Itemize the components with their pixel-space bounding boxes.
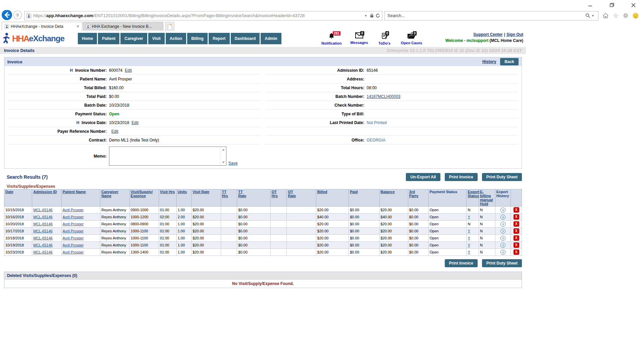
cell-patient[interactable]: Avril Prosper <box>61 249 100 256</box>
export_status-link[interactable]: Y <box>468 215 470 219</box>
nav-tab-admin[interactable]: Admin <box>261 33 281 44</box>
tab-new-invoice-batch[interactable]: HHA Exchange - New Invoice B... <box>83 22 163 31</box>
tab-close-icon[interactable]: × <box>74 24 79 29</box>
admission_id-link[interactable]: MCL-65146 <box>33 229 52 233</box>
col-tt-hrs[interactable]: TT Hrs <box>221 189 237 207</box>
admission_id-link[interactable]: MCL-65146 <box>33 243 52 247</box>
cell-delete[interactable]: X <box>511 242 522 249</box>
alert-open-cases[interactable]: 0Open Cases <box>401 32 422 45</box>
col-3rd-party[interactable]: 3rd Party <box>408 189 428 207</box>
memo-input[interactable] <box>110 148 221 165</box>
admission_id-link[interactable]: MCL-65146 <box>33 250 52 254</box>
cell-export-status[interactable]: Y <box>467 249 479 256</box>
memo-scrollbar[interactable] <box>220 147 226 165</box>
col-caregiver-name[interactable]: Caregiver Name <box>100 189 129 207</box>
export_status-link[interactable]: Y <box>468 243 470 247</box>
patient-link[interactable]: Avril Prosper <box>63 215 84 219</box>
nav-tab-billing[interactable]: Billing <box>187 33 208 44</box>
minimize-button[interactable] <box>580 0 601 10</box>
col-ot-hrs[interactable]: OT Hrs <box>270 189 287 207</box>
cell-delete[interactable]: X <box>511 221 522 228</box>
scroll-up-icon[interactable] <box>221 147 226 152</box>
cell-export-status[interactable]: Y <box>467 214 479 221</box>
col-balance[interactable]: Balance <box>379 189 408 207</box>
alert-messages[interactable]: 0Messages <box>351 32 368 45</box>
edit-link[interactable]: Edit <box>125 68 132 73</box>
search-icon[interactable] <box>585 13 590 18</box>
browser-back-button[interactable] <box>1 9 12 22</box>
scroll-down-icon[interactable] <box>221 160 226 165</box>
cell-delete[interactable]: X <box>511 249 522 256</box>
patient-link[interactable]: Avril Prosper <box>63 208 84 212</box>
cell-export-history[interactable]: i <box>495 221 511 228</box>
edit-link[interactable]: Edit <box>131 120 139 125</box>
cell-delete[interactable]: X <box>511 235 522 242</box>
cell-export-history[interactable]: i <box>495 207 511 214</box>
export_status-link[interactable]: Y <box>468 250 470 254</box>
url-dropdown-icon[interactable]: ▾ <box>363 14 368 17</box>
un-export-all-button[interactable]: Un-Export All <box>406 173 440 181</box>
history-link[interactable]: History <box>482 59 496 64</box>
col-ot-rate[interactable]: OT Rate <box>287 189 316 207</box>
print-duty-sheet-button[interactable]: Print Duty Sheet <box>482 173 522 181</box>
delete-x-icon[interactable]: X <box>514 228 519 234</box>
print-invoice-button[interactable]: Print Invoice <box>445 173 478 181</box>
col-tt-rate[interactable]: TT Rate <box>237 189 270 207</box>
nav-tab-caregiver[interactable]: Caregiver <box>120 33 147 44</box>
cell-patient[interactable]: Avril Prosper <box>61 214 100 221</box>
cell-admission-id[interactable]: MCL-65146 <box>32 242 61 249</box>
print-invoice-button-bottom[interactable]: Print Invoice <box>445 259 478 267</box>
info-icon[interactable]: i <box>500 222 505 227</box>
nav-tab-visit[interactable]: Visit <box>148 33 165 44</box>
delete-x-icon[interactable]: X <box>514 249 519 255</box>
cell-delete[interactable]: X <box>511 207 522 214</box>
delete-x-icon[interactable]: X <box>514 235 519 241</box>
save-link[interactable]: Save <box>228 161 237 166</box>
print-duty-sheet-button-bottom[interactable]: Print Duty Sheet <box>482 259 522 267</box>
admission_id-link[interactable]: MCL-65146 <box>33 236 52 240</box>
close-button[interactable] <box>623 0 644 10</box>
patient-link[interactable]: Avril Prosper <box>63 222 84 226</box>
edit-link[interactable]: Edit <box>111 129 118 134</box>
restore-button[interactable] <box>601 0 623 10</box>
col-export-status[interactable]: Export Status <box>467 189 479 207</box>
cell-admission-id[interactable]: MCL-65146 <box>32 214 61 221</box>
browser-forward-button[interactable] <box>13 10 22 21</box>
col-date[interactable]: Date <box>4 189 32 207</box>
support-center-link[interactable]: Support Center <box>473 32 502 37</box>
cell-export-status[interactable]: Y <box>467 228 479 235</box>
nav-tab-dashboard[interactable]: Dashboard <box>231 33 260 44</box>
patient-link[interactable]: Avril Prosper <box>63 250 84 254</box>
col-billed[interactable]: Billed <box>316 189 348 207</box>
admission_id-link[interactable]: MCL-65146 <box>33 215 52 219</box>
info-icon[interactable]: i <box>500 215 505 220</box>
cell-admission-id[interactable]: MCL-65146 <box>32 221 61 228</box>
alert-todo-s[interactable]: 0ToDo's <box>377 32 392 45</box>
nav-tab-report[interactable]: Report <box>209 33 230 44</box>
new-tab-button[interactable] <box>165 22 174 31</box>
settings-gear-icon[interactable]: ⚙ <box>623 13 628 19</box>
cell-admission-id[interactable]: MCL-65146 <box>32 228 61 235</box>
patient-link[interactable]: Avril Prosper <box>63 243 84 247</box>
search-input[interactable]: Search... ▾ <box>384 11 598 20</box>
cell-export-history[interactable]: i <box>495 242 511 249</box>
cell-export-history[interactable]: i <box>495 214 511 221</box>
col-paid[interactable]: Paid <box>349 189 379 207</box>
nav-tab-action[interactable]: Action <box>166 33 186 44</box>
cell-patient[interactable]: Avril Prosper <box>61 207 100 214</box>
col-admission-id[interactable]: Admission ID <box>32 189 61 207</box>
cell-admission-id[interactable]: MCL-65146 <box>32 235 61 242</box>
cell-admission-id[interactable]: MCL-65146 <box>32 249 61 256</box>
sign-out-link[interactable]: Sign Out <box>506 32 523 37</box>
col-visit-supply-expense[interactable]: Visit/Supply/ Expense <box>129 189 159 207</box>
delete-x-icon[interactable]: X <box>514 207 519 213</box>
favorites-star-icon[interactable]: ☆ <box>613 13 619 19</box>
back-button[interactable]: Back <box>500 58 519 65</box>
cell-patient[interactable]: Avril Prosper <box>61 228 100 235</box>
info-icon[interactable]: i <box>500 250 505 255</box>
nav-tab-home[interactable]: Home <box>78 33 97 44</box>
delete-x-icon[interactable]: X <box>514 242 519 248</box>
cell-export-status[interactable]: Y <box>467 242 479 249</box>
col-units[interactable]: Units <box>176 189 192 207</box>
alert-notification[interactable]: 281Notification <box>321 32 342 45</box>
